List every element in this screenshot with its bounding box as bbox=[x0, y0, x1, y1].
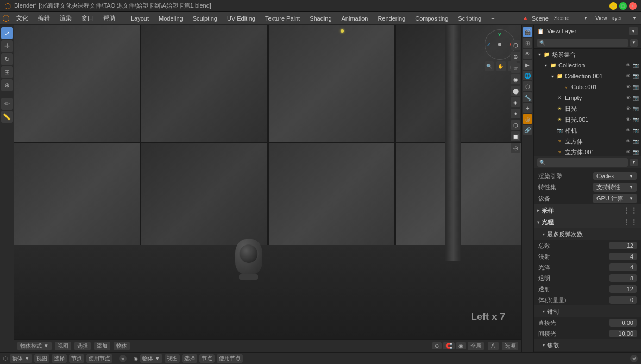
bounces-transparent-value[interactable]: 8 bbox=[609, 274, 637, 282]
shader-zoom-icon[interactable]: ⊕ bbox=[119, 355, 127, 362]
tool-annotate[interactable]: ✏ bbox=[1, 98, 13, 110]
timeline-mode-btn[interactable]: 物体 ▼ bbox=[140, 354, 162, 363]
clamp-direct-value[interactable]: 0.00 bbox=[609, 319, 637, 327]
menu-item-culture[interactable]: 文化 bbox=[12, 13, 33, 23]
shader-use-nodes-btn[interactable]: 使用节点 bbox=[86, 354, 112, 363]
menu-item-help[interactable]: 帮助 bbox=[99, 13, 120, 23]
close-button[interactable]: × bbox=[629, 2, 637, 10]
tool-rotate[interactable]: ↻ bbox=[1, 53, 13, 65]
timeline-view-btn[interactable]: 视图 bbox=[165, 354, 180, 363]
scene-select[interactable]: Scene ▼ bbox=[552, 14, 590, 23]
shader-view-btn[interactable]: 视图 bbox=[34, 354, 49, 363]
props-filter-btn[interactable]: ▼ bbox=[630, 159, 638, 166]
outliner-item-sun[interactable]: ☀ 日光 👁 📷 bbox=[534, 103, 641, 114]
shader-add-btn[interactable]: 节点 bbox=[69, 354, 84, 363]
menu-item-compositing[interactable]: Compositing bbox=[411, 14, 453, 23]
menu-item-shading[interactable]: Shading bbox=[305, 14, 336, 23]
menu-item-window[interactable]: 窗口 bbox=[77, 13, 98, 23]
menu-item-animation[interactable]: Animation bbox=[337, 14, 373, 23]
cube001b-vis-icon[interactable]: 👁 bbox=[625, 149, 631, 155]
prop-icon-particles[interactable]: ✦ bbox=[523, 103, 532, 113]
collection-vis-icon[interactable]: 👁 bbox=[625, 62, 631, 68]
view-hand-icon[interactable]: ✋ bbox=[496, 61, 505, 71]
vp-right-btn-8[interactable]: ⬡ bbox=[511, 120, 520, 130]
vp-select-btn[interactable]: 选项 bbox=[502, 342, 518, 350]
light-paths-options[interactable]: ⋮⋮ bbox=[623, 218, 638, 227]
tool-measure[interactable]: 📏 bbox=[1, 111, 13, 123]
empty-vis-icon[interactable]: 👁 bbox=[625, 95, 631, 101]
menu-item-plus[interactable]: + bbox=[487, 14, 499, 23]
prop-icon-modifier[interactable]: 🔧 bbox=[523, 92, 532, 102]
sun-render-icon[interactable]: 📷 bbox=[632, 105, 639, 112]
menu-item-edit[interactable]: 编辑 bbox=[34, 13, 54, 23]
outliner-search[interactable]: 🔍 bbox=[537, 39, 628, 47]
sampling-options[interactable]: ⋮⋮ bbox=[623, 206, 638, 215]
max-bounces-header[interactable]: ▾ 最多反弹次数 bbox=[534, 228, 641, 240]
cube-vis-icon[interactable]: 👁 bbox=[625, 138, 631, 145]
cube-render-icon[interactable]: 📷 bbox=[632, 138, 639, 145]
outliner-item-cube-001[interactable]: ▿ 立方体.001 👁 📷 bbox=[534, 147, 641, 156]
menu-item-sculpting[interactable]: Sculpting bbox=[188, 14, 222, 23]
prop-icon-object[interactable]: ⬡ bbox=[523, 81, 532, 91]
menu-item-texture-paint[interactable]: Texture Paint bbox=[261, 14, 304, 23]
clamp-section-header[interactable]: ▾ 钳制 bbox=[534, 305, 641, 317]
minimize-button[interactable]: − bbox=[609, 2, 617, 10]
vp-right-btn-10[interactable]: ◎ bbox=[511, 143, 520, 153]
bounces-total-value[interactable]: 12 bbox=[609, 242, 637, 249]
menu-item-modeling[interactable]: Modeling bbox=[154, 14, 187, 23]
shader-select-btn[interactable]: 选择 bbox=[52, 354, 67, 363]
caustics-section-header[interactable]: ▾ 焦散 bbox=[534, 339, 641, 351]
view-zoom-icon[interactable]: 🔍 bbox=[485, 61, 494, 71]
collection-render-icon[interactable]: 📷 bbox=[632, 62, 639, 68]
maximize-button[interactable]: □ bbox=[619, 2, 627, 10]
outliner-item-cube[interactable]: ▿ 立方体 👁 📷 bbox=[534, 136, 641, 147]
vp-right-btn-1[interactable]: ⬡ bbox=[511, 40, 520, 50]
outliner-item-sun001[interactable]: ☀ 日光.001 👁 📷 bbox=[534, 114, 641, 125]
tool-scale[interactable]: ⊞ bbox=[1, 66, 13, 78]
vp-bottom-mode[interactable]: 物体模式 ▼ bbox=[17, 342, 52, 350]
clamp-indirect-value[interactable]: 10.00 bbox=[609, 330, 637, 337]
outliner-item-scene-collection[interactable]: ▾ 📁 场景集合 bbox=[534, 49, 641, 60]
tool-move[interactable]: ✛ bbox=[1, 40, 13, 52]
bounces-diffuse-value[interactable]: 4 bbox=[609, 253, 637, 260]
vp-bottom-object[interactable]: 物体 bbox=[114, 342, 130, 350]
view-layer-filter[interactable]: ▼ bbox=[629, 27, 638, 35]
vp-right-btn-6[interactable]: ◈ bbox=[511, 97, 520, 107]
outliner-item-empty[interactable]: ✕ Empty 👁 📷 bbox=[534, 92, 641, 103]
sun001-render-icon[interactable]: 📷 bbox=[632, 116, 639, 123]
outliner-item-collection[interactable]: ▾ 📁 Collection 👁 📷 bbox=[534, 60, 641, 71]
vp-right-btn-7[interactable]: ✦ bbox=[511, 109, 520, 118]
timeline-use-nodes-btn[interactable]: 使用节点 bbox=[217, 354, 243, 363]
bounces-volume-value[interactable]: 0 bbox=[609, 296, 637, 304]
light-paths-section-header[interactable]: ▾ 光程 ⋮⋮ bbox=[534, 216, 641, 228]
collection001-render-icon[interactable]: 📷 bbox=[632, 73, 639, 79]
sampling-section-header[interactable]: ▸ 采样 ⋮⋮ bbox=[534, 204, 641, 216]
vp-snap-toggle[interactable]: 🧲 bbox=[443, 342, 455, 349]
vp-proportion-toggle[interactable]: ◉ bbox=[456, 342, 466, 349]
outliner-item-camera[interactable]: 📷 相机 👁 📷 bbox=[534, 125, 641, 136]
collection001-vis-icon[interactable]: 👁 bbox=[625, 73, 631, 79]
menu-item-layout[interactable]: Layout bbox=[127, 14, 153, 23]
prop-icon-constraints[interactable]: 🔗 bbox=[523, 125, 532, 135]
cube001-render-icon[interactable]: 📷 bbox=[632, 84, 639, 90]
sun-vis-icon[interactable]: 👁 bbox=[625, 105, 631, 112]
timeline-add-btn[interactable]: 节点 bbox=[199, 354, 215, 363]
prop-icon-render[interactable]: 🎬 bbox=[523, 27, 532, 37]
vp-bottom-add[interactable]: 添加 bbox=[94, 342, 110, 350]
vp-right-btn-9[interactable]: 🔲 bbox=[511, 131, 520, 141]
prop-icon-scene[interactable]: ▶ bbox=[523, 60, 532, 70]
vp-right-btn-2[interactable]: ⊕ bbox=[511, 52, 520, 61]
tool-select[interactable]: ↗ bbox=[1, 27, 13, 39]
menu-item-scripting[interactable]: Scripting bbox=[454, 14, 486, 23]
render-engine-select[interactable]: Cycles ▼ bbox=[593, 172, 637, 180]
outliner-filter-btn[interactable]: ▼ bbox=[630, 39, 638, 47]
vp-global-label[interactable]: 全局 bbox=[468, 342, 484, 350]
bounces-gloss-value[interactable]: 4 bbox=[609, 263, 637, 271]
timeline-select-btn[interactable]: 选择 bbox=[182, 354, 197, 363]
vp-right-btn-4[interactable]: ◉ bbox=[511, 74, 520, 84]
prop-icon-output[interactable]: ⊞ bbox=[523, 38, 532, 48]
outliner-item-cube001[interactable]: ▿ Cube.001 👁 📷 bbox=[534, 81, 641, 92]
prop-icon-physics[interactable]: ◎ bbox=[523, 114, 532, 124]
view-layer-select[interactable]: View Layer ▼ bbox=[593, 14, 639, 23]
vp-right-btn-3[interactable]: ☆ bbox=[511, 63, 520, 73]
